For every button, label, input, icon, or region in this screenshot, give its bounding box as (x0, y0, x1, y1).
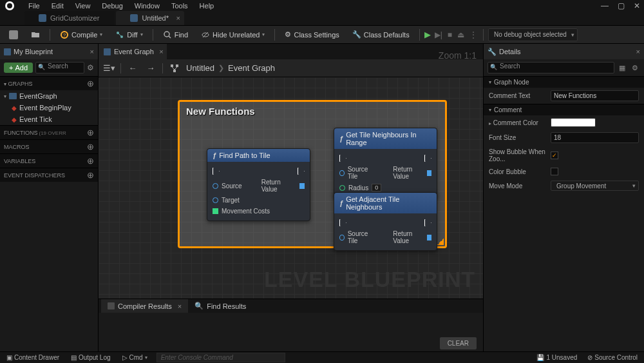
menu-tools[interactable]: Tools (171, 2, 188, 10)
nav-forward-button[interactable]: → (144, 62, 157, 75)
close-icon[interactable]: × (178, 302, 182, 310)
output-log-button[interactable]: ▤Output Log (68, 354, 113, 361)
exec-in-pin[interactable] (339, 219, 346, 226)
input-pin[interactable] (339, 170, 345, 176)
stop-button[interactable]: ■ (446, 30, 453, 39)
close-icon[interactable]: × (636, 48, 640, 55)
clear-button[interactable]: CLEAR (440, 337, 477, 349)
section-comment[interactable]: ▾Comment (484, 104, 644, 115)
unsaved-indicator[interactable]: 💾1 Unsaved (534, 354, 580, 361)
graph-canvas[interactable]: LEVEL BLUEPRINT New Functions ƒFind Path… (99, 77, 483, 299)
comment-text-input[interactable] (551, 90, 639, 101)
source-control-button[interactable]: ⊘Source Control (585, 354, 640, 361)
add-icon[interactable]: ⊕ (87, 142, 94, 152)
node-get-adjacent-tile-neighbours[interactable]: ƒGet Adjacent Tile Neighbours Source Til… (334, 192, 437, 251)
close-icon[interactable]: × (90, 48, 94, 55)
save-button[interactable] (4, 28, 23, 42)
menu-window[interactable]: Window (135, 2, 160, 10)
console-input[interactable]: Enter Console Command (156, 353, 285, 362)
move-mode-dropdown[interactable]: Group Movement (551, 181, 639, 191)
color-bubble-checkbox[interactable] (551, 168, 558, 175)
section-graphs[interactable]: ▾ GRAPHS⊕ (0, 76, 98, 90)
font-size-input[interactable] (551, 132, 639, 143)
input-pin[interactable] (339, 235, 345, 240)
graph-view-button[interactable] (168, 62, 181, 75)
tab-compiler-results[interactable]: Compiler Results × (101, 299, 188, 313)
exec-in-pin[interactable] (339, 155, 346, 162)
menu-edit[interactable]: Edit (52, 2, 64, 10)
output-pin[interactable] (299, 183, 305, 189)
graph-list-button[interactable]: ☰▾ (102, 62, 115, 75)
exec-out-pin[interactable] (298, 168, 305, 175)
section-functions[interactable]: FUNCTIONS(19 OVERR⊕ (0, 125, 98, 139)
add-button[interactable]: +Add (4, 63, 33, 73)
input-pin[interactable] (213, 197, 218, 203)
breadcrumb-item[interactable]: Untitled (186, 63, 214, 73)
content-drawer-button[interactable]: ▣Content Drawer (4, 354, 62, 361)
section-graph-node[interactable]: ▾Graph Node (484, 76, 644, 88)
exec-in-pin[interactable] (213, 168, 220, 175)
close-button[interactable]: ✕ (634, 1, 640, 10)
comment-color-swatch[interactable] (551, 118, 596, 127)
tree-event-tick[interactable]: ◆Event Tick (0, 113, 98, 125)
node-get-tile-neighbours-in-range[interactable]: ƒGet Tile Neighbours In Range Source Til… (334, 128, 437, 198)
resize-handle[interactable] (437, 239, 444, 245)
eject-button[interactable]: ⏏ (456, 30, 466, 39)
tab-gridcustomizer[interactable]: GridCustomizer (24, 11, 115, 25)
section-variables[interactable]: VARIABLES⊕ (0, 153, 98, 168)
step-button[interactable]: ▶| (433, 30, 444, 39)
my-blueprint-tab[interactable]: My Blueprint × (0, 44, 98, 59)
input-pin[interactable] (213, 183, 218, 189)
show-bubble-checkbox[interactable]: ✓ (551, 152, 558, 159)
tab-untitled[interactable]: Untitled* × (116, 11, 184, 25)
add-icon[interactable]: ⊕ (87, 128, 94, 137)
grid-icon[interactable]: ▦ (617, 63, 627, 73)
search-icon: 🔍 (194, 302, 204, 310)
play-button[interactable]: ▶ (424, 30, 431, 39)
input-pin[interactable] (213, 208, 218, 214)
comment-title[interactable]: New Functions (180, 102, 445, 121)
tree-event-beginplay[interactable]: ◆Event BeginPlay (0, 102, 98, 113)
maximize-button[interactable]: ▢ (618, 1, 625, 10)
radius-value-input[interactable]: 0 (372, 184, 381, 191)
input-pin[interactable] (339, 185, 345, 191)
details-search-input[interactable]: Search (488, 62, 614, 74)
statusbar: ▣Content Drawer ▤Output Log ▷Cmd▾ Enter … (0, 351, 644, 363)
section-dispatchers[interactable]: EVENT DISPATCHERS⊕ (0, 168, 98, 182)
output-pin[interactable] (427, 170, 431, 176)
gear-icon[interactable]: ⚙ (630, 63, 640, 73)
menu-debug[interactable]: Debug (102, 2, 122, 10)
exec-out-pin[interactable] (424, 155, 431, 162)
find-button[interactable]: Find (158, 28, 193, 42)
menu-file[interactable]: File (28, 2, 40, 10)
breadcrumb-item[interactable]: Event Graph (228, 63, 275, 73)
debug-object-dropdown[interactable]: No debug object selected (488, 28, 578, 41)
tree-eventgraph[interactable]: ▾EventGraph (0, 90, 98, 102)
add-icon[interactable]: ⊕ (87, 170, 94, 180)
compile-button[interactable]: ? Compile▾ (55, 28, 108, 42)
tab-event-graph[interactable]: Event Graph × (99, 44, 167, 59)
node-find-path-to-tile[interactable]: ƒFind Path to Tile Source Return Value T… (207, 148, 310, 221)
menu-help[interactable]: Help (200, 2, 214, 10)
close-icon[interactable]: × (159, 48, 163, 55)
section-macros[interactable]: MACROS⊕ (0, 139, 98, 153)
tab-find-results[interactable]: 🔍 Find Results (188, 299, 252, 313)
class-defaults-button[interactable]: 🔧 Class Defaults (347, 28, 415, 42)
hide-unrelated-button[interactable]: Hide Unrelated▾ (196, 28, 270, 42)
gear-icon[interactable]: ⚙ (87, 63, 94, 72)
details-tab[interactable]: 🔧 Details × (484, 44, 644, 59)
add-icon[interactable]: ⊕ (87, 79, 94, 88)
menu-view[interactable]: View (75, 2, 91, 10)
diff-button[interactable]: Diff▾ (110, 28, 147, 42)
play-menu-button[interactable]: ⋮ (468, 30, 478, 39)
close-icon[interactable]: × (176, 14, 180, 22)
class-settings-button[interactable]: ⚙ Class Settings (279, 28, 344, 42)
minimize-button[interactable]: — (601, 1, 609, 10)
browse-button[interactable] (26, 28, 45, 42)
output-pin[interactable] (427, 235, 431, 240)
cmd-dropdown[interactable]: ▷Cmd▾ (120, 354, 150, 361)
exec-out-pin[interactable] (424, 219, 431, 226)
blueprint-search-input[interactable]: Search (35, 62, 84, 74)
add-icon[interactable]: ⊕ (87, 156, 94, 166)
nav-back-button[interactable]: ← (126, 62, 139, 75)
